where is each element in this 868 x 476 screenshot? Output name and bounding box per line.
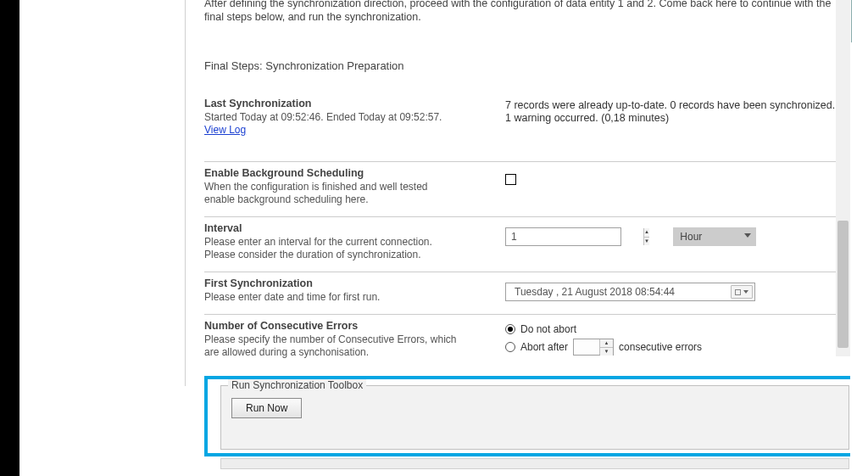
radio-no-abort[interactable]: [505, 324, 515, 334]
first-sync-desc: Please enter date and time for first run…: [204, 291, 497, 304]
left-black-bar: [0, 0, 19, 476]
config-panel: After defining the synchronization direc…: [185, 0, 850, 386]
interval-down[interactable]: ▼: [644, 237, 649, 246]
errors-desc2: are allowed during a synchonisation.: [204, 346, 497, 359]
right-fragment: [851, 0, 868, 476]
row-last-sync: Last Synchronization Started Today at 09…: [204, 92, 838, 161]
first-sync-datepicker[interactable]: Tuesday , 21 August 2018 08:54:44: [505, 283, 755, 301]
interval-unit-value: Hour: [680, 231, 702, 243]
vertical-scrollbar[interactable]: [836, 0, 850, 356]
row-first-sync: First Synchronization Please enter date …: [204, 272, 838, 315]
abort-count-spinner[interactable]: ▲ ▼: [573, 339, 614, 356]
intro-text: After defining the synchronization direc…: [204, 0, 838, 56]
interval-label: Interval: [204, 222, 497, 236]
row-interval: Interval Please enter an interval for th…: [204, 217, 838, 272]
interval-desc1: Please enter an interval for the current…: [204, 236, 497, 249]
radio-abort-after-row[interactable]: Abort after ▲ ▼ consecutive errors: [505, 337, 838, 357]
last-sync-status: Started Today at 09:52:46. Ended Today a…: [204, 111, 497, 124]
chevron-down-icon: [743, 290, 748, 294]
bg-sched-checkbox[interactable]: [505, 174, 516, 185]
radio-no-abort-row[interactable]: Do not abort: [505, 322, 838, 337]
bg-sched-label: Enable Background Scheduling: [204, 167, 497, 181]
errors-desc1: Please specify the number of Consecutive…: [204, 333, 497, 346]
run-now-button[interactable]: Run Now: [231, 398, 302, 418]
view-log-link[interactable]: View Log: [204, 124, 246, 136]
interval-input[interactable]: [506, 228, 643, 245]
calendar-icon: [735, 289, 741, 295]
chevron-down-icon: [744, 233, 751, 238]
first-sync-value: Tuesday , 21 August 2018 08:54:44: [515, 286, 675, 298]
radio-no-abort-label: Do not abort: [520, 323, 576, 335]
interval-up[interactable]: ▲: [644, 228, 649, 237]
radio-abort-suffix: consecutive errors: [619, 341, 702, 353]
radio-abort-prefix: Abort after: [520, 341, 568, 353]
final-steps-heading: Final Steps: Synchronization Preparation: [204, 56, 838, 92]
errors-label: Number of Consecutive Errors: [204, 320, 497, 333]
first-sync-label: First Synchronization: [204, 277, 497, 291]
bottom-bar: [220, 458, 849, 469]
last-sync-summary: 7 records were already up-to-date. 0 rec…: [505, 99, 838, 125]
radio-abort-after[interactable]: [505, 342, 515, 352]
main-area: After defining the synchronization direc…: [19, 0, 850, 476]
bg-sched-desc1: When the configuration is finished and w…: [204, 181, 497, 193]
last-sync-label: Last Synchronization: [204, 98, 497, 111]
row-errors: Number of Consecutive Errors Please spec…: [204, 315, 838, 369]
scrollbar-thumb[interactable]: [837, 221, 849, 348]
bg-sched-desc2: enable background scheduling here.: [204, 193, 497, 206]
abort-count-input[interactable]: [574, 339, 599, 355]
abort-count-up[interactable]: ▲: [600, 339, 613, 347]
interval-spinner[interactable]: ▲ ▼: [505, 227, 621, 246]
calendar-button[interactable]: [731, 285, 753, 299]
row-bg-scheduling: Enable Background Scheduling When the co…: [204, 162, 838, 217]
abort-count-down[interactable]: ▼: [600, 347, 613, 356]
interval-desc2: Please consider the duration of synchron…: [204, 249, 497, 261]
run-toolbox-fieldset: Run Synchronization Toolbox Run Now: [220, 385, 849, 450]
interval-unit-select[interactable]: Hour: [673, 227, 756, 246]
run-toolbox-legend: Run Synchronization Toolbox: [228, 379, 366, 391]
